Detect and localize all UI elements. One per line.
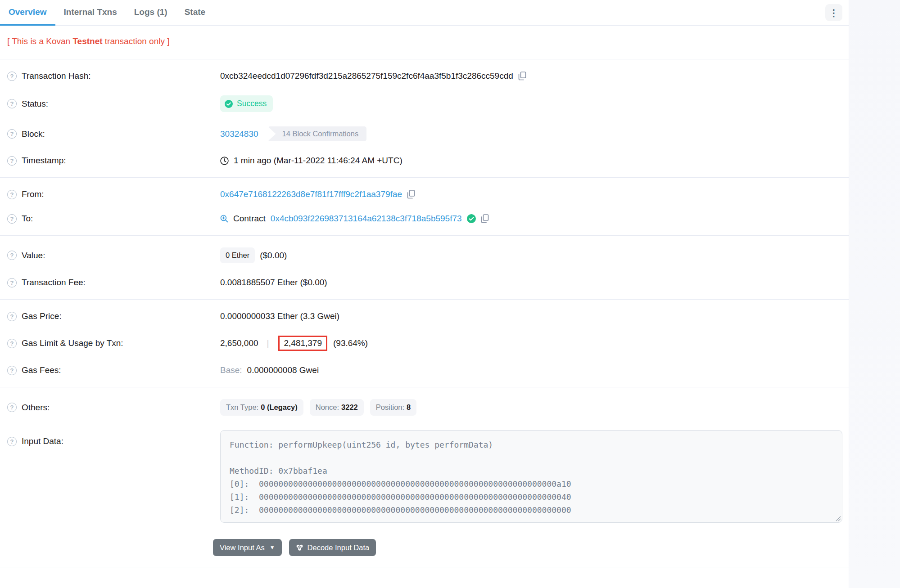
- notice-text-bold: Testnet: [72, 36, 102, 46]
- position-key: Position:: [376, 403, 404, 412]
- txn-type-value: 0 (Legacy): [261, 403, 298, 412]
- separator: |: [267, 338, 269, 348]
- gas-fees-label: ? Gas Fees:: [7, 365, 220, 375]
- input-data-textarea[interactable]: Function: performUpkeep(uint256 id, byte…: [220, 430, 842, 523]
- row-gas-fees: ? Gas Fees: Base: 0.000000008 Gwei: [0, 358, 849, 382]
- section-others: ? Others: Txn Type: 0 (Legacy) Nonce: 32…: [0, 387, 849, 572]
- help-icon[interactable]: ?: [7, 278, 17, 287]
- copy-icon: [481, 214, 489, 223]
- status-label: ? Status:: [7, 99, 220, 109]
- row-timestamp: ? Timestamp: 1 min ago (Mar-11-2022 11:4…: [0, 148, 849, 173]
- label-text: Status:: [22, 99, 48, 109]
- tab-overview[interactable]: Overview: [0, 0, 55, 26]
- bottom-divider: [0, 567, 849, 567]
- input-data-label: ? Input Data:: [7, 436, 220, 446]
- label-text: Value:: [22, 251, 45, 260]
- help-icon[interactable]: ?: [7, 214, 17, 224]
- help-icon[interactable]: ?: [7, 403, 17, 412]
- section-parties: ? From: 0x647e7168122263d8e7f81f17fff9c2…: [0, 178, 849, 236]
- timestamp-value: 1 min ago (Mar-11-2022 11:46:24 AM +UTC): [234, 156, 403, 166]
- from-label: ? From:: [7, 189, 220, 199]
- row-others: ? Others: Txn Type: 0 (Legacy) Nonce: 32…: [0, 392, 849, 423]
- row-status: ? Status: Success: [0, 88, 849, 119]
- label-text: Transaction Fee:: [22, 278, 86, 287]
- transaction-hash-value: 0xcb324eedcd1d07296fdf3d215a2865275f159c…: [220, 71, 513, 81]
- usd-value: ($0.00): [260, 251, 287, 260]
- from-address-link[interactable]: 0x647e7168122263d8e7f81f17fff9c2f1aa379f…: [220, 189, 402, 199]
- block-number-link[interactable]: 30324830: [220, 129, 258, 139]
- gas-limit-value: 2,650,000: [220, 338, 258, 348]
- nonce-key: Nonce:: [316, 403, 339, 412]
- row-transaction-hash: ? Transaction Hash: 0xcb324eedcd1d07296f…: [0, 64, 849, 88]
- row-to: ? To: Contract 0x4cb093f226983713164a621…: [0, 206, 849, 231]
- help-icon[interactable]: ?: [7, 437, 17, 446]
- row-value: ? Value: 0 Ether ($0.00): [0, 240, 849, 270]
- help-icon[interactable]: ?: [7, 156, 17, 166]
- notice-text-1: [ This is a Kovan: [7, 36, 72, 46]
- copy-transaction-hash-button[interactable]: [518, 72, 526, 81]
- label-text: From:: [22, 189, 44, 199]
- success-check-icon: [225, 100, 233, 108]
- label-text: Input Data:: [22, 436, 63, 446]
- help-icon[interactable]: ?: [7, 366, 17, 375]
- gas-price-value: 0.0000000033 Ether (3.3 Gwei): [220, 311, 339, 321]
- base-fee-value: 0.000000008 Gwei: [247, 365, 319, 375]
- help-icon[interactable]: ?: [7, 129, 17, 139]
- clock-icon: [220, 157, 229, 165]
- block-label: ? Block:: [7, 129, 220, 139]
- view-input-as-button[interactable]: View Input As ▼: [213, 539, 282, 556]
- position-value: 8: [407, 403, 411, 412]
- label-text: Gas Price:: [22, 311, 62, 321]
- to-address-link[interactable]: 0x4cb093f226983713164a62138c3f718a5b595f…: [271, 214, 462, 224]
- tab-internal-txns[interactable]: Internal Txns: [55, 0, 126, 26]
- copy-to-address-button[interactable]: [481, 214, 489, 223]
- status-badge: Success: [220, 95, 273, 112]
- help-icon[interactable]: ?: [7, 312, 17, 321]
- label-text: To:: [22, 214, 33, 224]
- to-contract-word: Contract: [233, 214, 266, 224]
- resize-handle-icon[interactable]: [836, 516, 841, 521]
- tab-logs[interactable]: Logs (1): [126, 0, 176, 26]
- row-gas-limit-usage: ? Gas Limit & Usage by Txn: 2,650,000 | …: [0, 328, 849, 358]
- to-label: ? To:: [7, 214, 220, 224]
- help-icon[interactable]: ?: [7, 251, 17, 260]
- help-icon[interactable]: ?: [7, 190, 17, 199]
- value-label: ? Value:: [7, 251, 220, 260]
- help-icon[interactable]: ?: [7, 339, 17, 348]
- tab-state[interactable]: State: [176, 0, 214, 26]
- label-text: Gas Fees:: [22, 365, 61, 375]
- label-text: Transaction Hash:: [22, 71, 90, 81]
- help-icon[interactable]: ?: [7, 99, 17, 108]
- testnet-notice: [ This is a Kovan Testnet transaction on…: [0, 26, 849, 59]
- gas-price-label: ? Gas Price:: [7, 311, 220, 321]
- timestamp-label: ? Timestamp:: [7, 156, 220, 166]
- view-input-as-label: View Input As: [220, 543, 265, 552]
- transaction-hash-label: ? Transaction Hash:: [7, 71, 220, 81]
- more-options-button[interactable]: ⋮: [825, 4, 842, 21]
- gas-used-percent: (93.64%): [333, 338, 368, 348]
- row-gas-price: ? Gas Price: 0.0000000033 Ether (3.3 Gwe…: [0, 304, 849, 328]
- row-transaction-fee: ? Transaction Fee: 0.0081885507 Ether ($…: [0, 270, 849, 295]
- decode-input-data-button[interactable]: Decode Input Data: [289, 539, 376, 556]
- row-input-data: ? Input Data: Function: performUpkeep(ui…: [0, 423, 849, 530]
- gas-used-value: 2,481,379: [284, 338, 322, 348]
- txn-type-badge: Txn Type: 0 (Legacy): [220, 399, 303, 416]
- ether-value-badge: 0 Ether: [220, 247, 255, 263]
- section-value: ? Value: 0 Ether ($0.00) ? Transaction F…: [0, 236, 849, 300]
- transaction-fee-value: 0.0081885507 Ether ($0.00): [220, 278, 327, 287]
- kebab-icon: ⋮: [829, 8, 839, 18]
- chevron-down-icon: ▼: [270, 544, 275, 551]
- zoom-in-icon[interactable]: [220, 215, 228, 223]
- gas-used-highlight-box: 2,481,379: [278, 336, 327, 351]
- label-text: Block:: [22, 129, 45, 139]
- base-fee-label: Base:: [220, 365, 242, 375]
- copy-icon: [407, 190, 415, 199]
- tab-bar: Overview Internal Txns Logs (1) State ⋮: [0, 0, 849, 26]
- decode-input-data-label: Decode Input Data: [308, 543, 370, 552]
- row-from: ? From: 0x647e7168122263d8e7f81f17fff9c2…: [0, 182, 849, 206]
- block-confirmations-badge: 14 Block Confirmations: [268, 126, 367, 141]
- help-icon[interactable]: ?: [7, 72, 17, 81]
- copy-from-address-button[interactable]: [407, 190, 415, 199]
- label-text: Timestamp:: [22, 156, 66, 166]
- notice-text-2: transaction only ]: [103, 36, 170, 46]
